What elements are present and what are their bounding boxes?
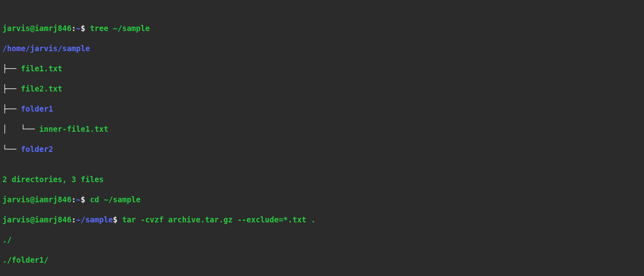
tree1-root: /home/jarvis/sample (2, 44, 642, 54)
prompt-line-3: jarvis@iamrj846:~/sample$ tar -cvzf arch… (2, 215, 642, 225)
prompt-user-host: jarvis@iamrj846 (2, 195, 72, 204)
tree1-item-file2: ├── file2.txt (2, 84, 642, 94)
tar-output-2: ./folder1/ (2, 255, 642, 265)
tree1-item-folder1: ├── folder1 (2, 104, 642, 114)
prompt-user-host: jarvis@iamrj846 (2, 24, 72, 33)
tree1-file2: file2.txt (21, 84, 62, 93)
tree1-file1: file1.txt (21, 64, 62, 73)
tree1-inner-file1: inner-file1.txt (39, 125, 109, 133)
terminal[interactable]: jarvis@iamrj846:~$ tree ~/sample /home/j… (0, 0, 644, 276)
tree1-item-file1: ├── file1.txt (2, 64, 642, 74)
tree1-folder2: folder2 (21, 145, 53, 154)
command-tree-1: tree ~/sample (90, 24, 150, 33)
tree-branch: ├── (2, 64, 21, 73)
command-cd: cd ~/sample (90, 195, 140, 204)
tar-output-1: ./ (2, 235, 642, 245)
prompt-dollar: $ (113, 215, 122, 224)
prompt-path-home: ~ (76, 195, 80, 204)
prompt-path-home: ~ (76, 24, 80, 33)
prompt-colon: : (72, 24, 76, 33)
tree-branch-inner: │ └── (2, 125, 39, 133)
prompt-line-1: jarvis@iamrj846:~$ tree ~/sample (2, 23, 642, 33)
tree-branch: ├── (2, 104, 21, 113)
tree1-item-folder2: └── folder2 (2, 144, 642, 154)
tree-branch-last: └── (2, 145, 21, 154)
tree-branch: ├── (2, 84, 21, 93)
prompt-colon: : (72, 195, 76, 204)
prompt-colon: : (72, 215, 76, 224)
prompt-dollar: $ (81, 195, 90, 204)
prompt-user-host: jarvis@iamrj846 (2, 215, 72, 224)
tree1-summary: 2 directories, 3 files (2, 174, 642, 185)
prompt-dollar: $ (81, 24, 90, 33)
prompt-path-sample: ~/sample (76, 215, 113, 224)
prompt-line-2: jarvis@iamrj846:~$ cd ~/sample (2, 195, 642, 205)
command-tar: tar -cvzf archive.tar.gz --exclude=*.txt… (122, 215, 315, 224)
tree1-folder1: folder1 (21, 104, 53, 113)
tree1-item-inner-file1: │ └── inner-file1.txt (2, 124, 642, 134)
